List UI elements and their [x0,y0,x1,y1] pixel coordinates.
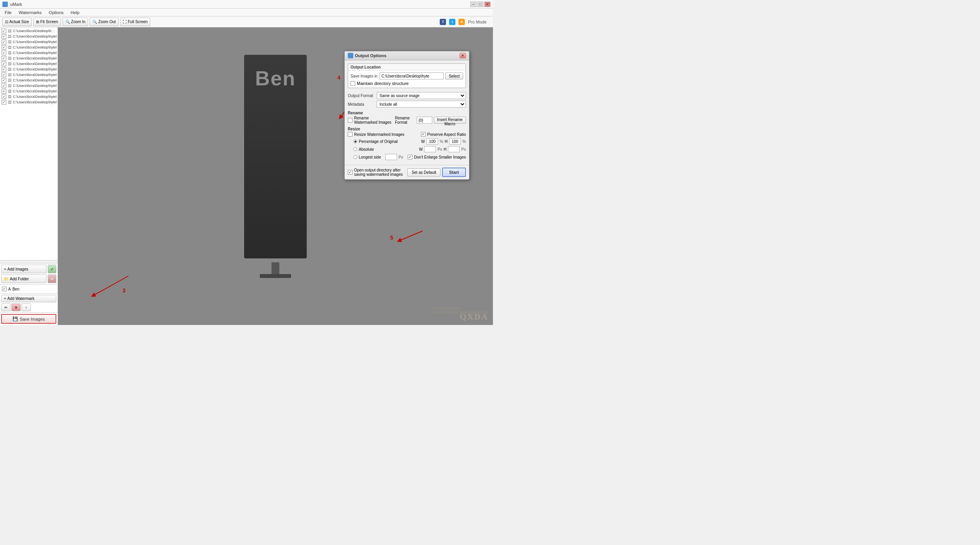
preserve-aspect-checkbox[interactable] [421,132,426,137]
percent2: % [462,139,466,144]
remove-btn[interactable]: ✕ [48,274,56,283]
file-checkbox-11[interactable] [2,83,6,88]
resize-title: Resize [348,126,466,132]
maintain-dir-checkbox[interactable] [351,81,355,86]
metadata-select[interactable]: Include all [377,101,466,108]
fit-screen-btn[interactable]: ⊞ Fit Screen [33,18,61,26]
rename-format-input[interactable] [417,117,432,124]
file-icon: 🖼 [8,67,11,71]
file-icon: 🖼 [8,34,11,38]
list-item: 🖼 C:\Users\bcra\Desktop\hyte\UPG\ [1,45,57,50]
watermark-checkbox[interactable] [2,287,7,291]
twitter-icon[interactable]: t [449,19,455,25]
file-checkbox-6[interactable] [2,56,6,61]
watermark-name: Ben [13,287,20,291]
app-title: uMark [10,2,470,7]
output-format-row: Output Format Same as source image [348,92,466,99]
percentage-radio[interactable] [353,139,357,143]
h-label: H [445,139,448,144]
dialog-overlay: Output Options ✕ Output Location Save Im… [58,27,493,325]
metadata-label: Metadata [348,102,375,106]
file-checkbox-5[interactable] [2,51,6,55]
save-images-btn[interactable]: 💾 Save Images [1,314,56,324]
absolute-radio[interactable] [353,147,357,151]
longest-side-radio[interactable] [353,155,357,159]
file-icon: 🖼 [8,78,11,82]
longest-side-input[interactable] [385,154,397,160]
metadata-row: Metadata Include all [348,101,466,108]
dialog-title-bar: Output Options ✕ [345,51,469,60]
scrollbar[interactable] [0,260,58,263]
list-item: 🖼 C:\Users\bcra\Desktop\hyte\UPG\ [1,28,57,34]
minimize-btn[interactable]: ─ [470,2,477,7]
actual-size-btn[interactable]: ⊡ Actual Size [2,18,32,26]
full-screen-icon: ⛶ [123,20,127,24]
file-checkbox-3[interactable] [2,40,6,44]
image-buttons: + Add Images ✓ 📁 Add Folder ✕ [0,263,58,284]
add-watermark-btn[interactable]: + Add Watermark [1,295,56,302]
width-absolute-input[interactable] [424,146,436,152]
height-absolute-input[interactable] [448,146,460,152]
file-icon: 🖼 [8,45,11,49]
delete-watermark-btn[interactable]: ✕ [11,303,21,311]
edit-watermark-btn[interactable]: ✏ [1,303,11,311]
rename-checkbox[interactable] [348,118,352,123]
dialog-close-btn[interactable]: ✕ [460,53,466,58]
file-checkbox-4[interactable] [2,45,6,50]
file-icon: 🖼 [8,89,11,93]
absolute-label: Absolute [359,147,417,152]
file-checkbox-12[interactable] [2,89,6,94]
save-icon: 💾 [13,316,18,321]
width-percentage-input[interactable] [426,138,438,144]
open-dir-checkbox[interactable] [348,170,352,175]
check-all-btn[interactable]: ✓ [48,265,56,273]
move-up-btn[interactable]: ↑ [22,303,31,311]
save-path-input[interactable] [379,72,444,79]
resize-checkbox[interactable] [348,132,352,137]
zoom-in-btn[interactable]: 🔍 Zoom In [63,18,88,26]
h2-label: H [444,147,446,152]
menu-file[interactable]: File [2,9,15,16]
file-checkbox-9[interactable] [2,72,6,77]
menu-watermarks[interactable]: Watermarks [16,9,45,16]
file-checkbox-8[interactable] [2,67,6,72]
output-format-select[interactable]: Same as source image [377,92,466,99]
dont-enlarge-checkbox[interactable] [408,155,412,159]
file-checkbox-7[interactable] [2,61,6,66]
list-item: 🖼 C:\Users\bcra\Desktop\hyte\UPG\ [1,61,57,67]
select-btn[interactable]: Select [445,72,463,79]
menu-help[interactable]: Help [68,9,83,16]
title-bar: uMark ─ □ ✕ [0,0,493,9]
menu-options[interactable]: Options [46,9,67,16]
zoom-out-btn[interactable]: 🔍 Zoom Out [90,18,118,26]
file-checkbox-13[interactable] [2,94,6,99]
pro-mode-label: Pro Mode [468,20,487,24]
file-list[interactable]: 🖼 C:\Users\bcra\Desktop\hyte\UPG\ 🖼 C:\U… [0,27,58,260]
rename-checkbox-label: Rename Watermarked Images [354,116,392,125]
watermark-buttons: + Add Watermark ✏ ✕ ↑ [0,293,58,312]
preserve-aspect-label: Preserve Aspect Ratio [427,132,466,137]
facebook-icon[interactable]: f [440,19,446,25]
file-checkbox-2[interactable] [2,34,6,39]
actual-size-icon: ⊡ [5,20,8,24]
set-default-btn[interactable]: Set as Default [407,168,441,177]
add-images-btn[interactable]: + Add Images [1,265,47,273]
file-checkbox-14[interactable] [2,100,6,105]
list-item: 🖼 C:\Users\bcra\Desktop\hyte\UPG\ [1,67,57,72]
file-icon: 🖼 [8,84,11,88]
insert-rename-macro-btn[interactable]: Insert Rename Macro [434,117,466,124]
close-btn[interactable]: ✕ [484,2,491,7]
start-btn[interactable]: Start [442,168,466,177]
height-percentage-input[interactable] [449,138,461,144]
rss-icon[interactable]: R [459,19,465,25]
file-checkbox-1[interactable] [2,29,6,33]
list-item: 🖼 C:\Users\bcra\Desktop\hyte\UPG\ [1,34,57,39]
add-folder-btn[interactable]: 📁 Add Folder [1,274,47,283]
file-checkbox-10[interactable] [2,78,6,83]
resize-section: Resize Resize Watermarked Images Preserv… [348,126,466,160]
maintain-dir-row: Maintain directory structure [351,81,463,86]
list-item: 🖼 C:\Users\bcra\Desktop\hyte\UPG\ [1,39,57,45]
full-screen-btn[interactable]: ⛶ Full Screen [120,18,151,26]
rename-title: Rename [348,110,466,116]
maximize-btn[interactable]: □ [477,2,484,7]
